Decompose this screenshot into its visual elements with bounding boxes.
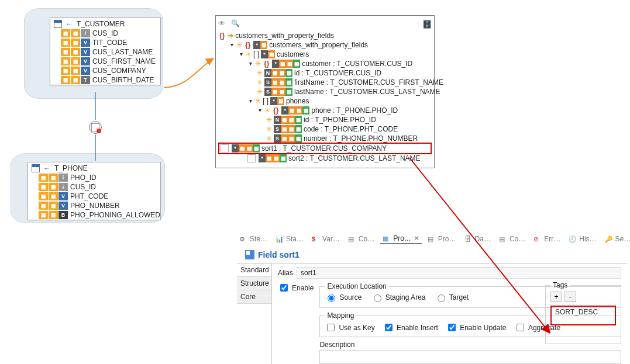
radio-staging[interactable]: Staging Area <box>371 293 426 302</box>
alias-value[interactable]: sort1 <box>297 267 621 279</box>
table-phone[interactable]: ← T_PHONE ▦▦iPHO_ID ▦▦iCUS_ID ▦▦VPHT_COD… <box>27 162 161 220</box>
property-heading: Field sort1 <box>258 250 299 259</box>
tree-node[interactable]: ▾✳{} *▦▦▦ customer : T_CUSTOMER.CUS_ID <box>218 59 432 68</box>
link-arrow-icon: ← <box>43 164 50 172</box>
tab-history[interactable]: His… <box>566 234 598 244</box>
target-db-icon[interactable]: 🗄️ <box>422 20 432 29</box>
caret-down-icon[interactable]: ▾ <box>238 50 244 59</box>
join-icon[interactable] <box>89 121 102 134</box>
column-row[interactable]: ▦▦VCUS_LAST_NAME <box>50 47 160 57</box>
tag-value-sort-desc[interactable]: SORT_DESC <box>550 306 616 325</box>
link-arrow-icon: ← <box>66 20 73 28</box>
tag-remove-button[interactable]: - <box>564 292 576 302</box>
table-icon <box>32 164 40 172</box>
column-row[interactable]: ▦▦BPHO_PHONING_ALLOWED <box>28 210 160 220</box>
tab-steps[interactable]: Ste… <box>237 234 270 244</box>
table-customer[interactable]: ← T_CUSTOMER ▦▦iCUS_ID ▦▦VTIT_CODE ▦▦VCU… <box>50 18 161 85</box>
column-row[interactable]: ▦▦VPHT_CODE <box>28 192 160 201</box>
tab-console[interactable]: Co… <box>346 234 377 244</box>
tree-node[interactable]: ▾✳[ ] *▦ customers <box>218 50 432 59</box>
close-icon[interactable]: ✕ <box>414 234 419 242</box>
tab-statistics[interactable]: Sta… <box>273 234 306 244</box>
tab-problems[interactable]: Pro… <box>425 234 459 244</box>
tab-console2[interactable]: Co… <box>497 234 528 244</box>
field-icon <box>221 144 229 152</box>
column-row[interactable]: ▦▦TCUS_BIRTH_DATE <box>50 75 160 85</box>
tags-group: Tags + - SORT_DESC <box>545 281 621 344</box>
check-enable-insert[interactable]: Enable Insert <box>383 322 438 333</box>
check-use-as-key[interactable]: Use as Key <box>325 322 374 333</box>
tab-datasource[interactable]: Da… <box>462 234 493 244</box>
curly-icon: {} <box>218 31 226 40</box>
tree-node[interactable]: ▾✳{} *▦ customers_with_property_fields <box>218 40 432 50</box>
column-row[interactable]: ▦▦iPHO_ID <box>28 173 160 182</box>
tree-leaf-sort1-selected[interactable]: *▦▦▦ sort1 : T_CUSTOMER.CUS_COMPANY <box>218 143 432 154</box>
tree-leaf[interactable]: *▦▦▦ sort2 : T_CUSTOMER.CUS_LAST_NAME <box>218 154 432 163</box>
column-row[interactable]: ▦▦VCUS_COMPANY <box>50 66 160 75</box>
description-input[interactable] <box>319 350 621 364</box>
caret-down-icon[interactable]: ▾ <box>247 96 253 106</box>
tab-security[interactable]: Se… <box>603 234 630 244</box>
search-icon[interactable] <box>231 19 240 29</box>
column-row[interactable]: ▦▦iCUS_ID <box>28 182 160 192</box>
tree-leaf[interactable]: ✳S▦▦▦ number : T_PHONE.PHO_NUMBER <box>218 134 432 143</box>
tab-properties[interactable]: Pro…✕ <box>380 234 422 244</box>
tree-leaf[interactable]: ✳ N▦▦▦ id : T_CUSTOMER.CUS_ID <box>218 68 432 78</box>
tree-leaf[interactable]: ✳S▦▦▦ code : T_PHONE.PHT_CODE <box>218 124 432 134</box>
table-icon <box>54 20 62 28</box>
table-customer-title: T_CUSTOMER <box>77 20 125 28</box>
tree-leaf[interactable]: ✳ S▦▦▦ lastName : T_CUSTOMER.CUS_LAST_NA… <box>218 87 432 96</box>
radio-source[interactable]: Source <box>325 293 362 302</box>
table-phone-title: T_PHONE <box>54 164 88 172</box>
tree-node[interactable]: ▾✳[ ] *▦ phones <box>218 96 432 106</box>
caret-down-icon[interactable]: ▾ <box>247 59 253 68</box>
column-row[interactable]: ▦▦iCUS_ID <box>50 29 160 38</box>
side-tab-structure[interactable]: Structure <box>237 277 271 290</box>
tree-root[interactable]: {}➔ customers_with_property_fields <box>218 31 432 40</box>
field-icon <box>245 250 254 259</box>
column-row[interactable]: ▦▦VPHO_NUMBER <box>28 201 160 210</box>
check-enable-update[interactable]: Enable Update <box>446 322 506 333</box>
alias-label: Alias <box>278 269 293 277</box>
tree-node[interactable]: ▾✳{} *▦▦▦ phone : T_PHONE.PHO_ID <box>218 106 432 115</box>
side-tab-standard[interactable]: Standard <box>237 264 271 277</box>
eye-icon[interactable] <box>218 19 228 29</box>
caret-down-icon[interactable]: ▾ <box>229 40 235 50</box>
caret-down-icon[interactable]: ▾ <box>257 106 263 115</box>
properties-panel: Field sort1 Standard Structure Core Alia… <box>237 248 627 362</box>
column-row[interactable]: ▦▦VTIT_CODE <box>50 38 160 47</box>
enable-checkbox[interactable]: Enable <box>278 282 314 293</box>
side-tab-core[interactable]: Core <box>237 290 271 304</box>
arrow-icon: ➔ <box>228 31 233 40</box>
view-tabs: Ste… Sta… Var… Co… Pro…✕ Pro… Da… Co… Er… <box>237 234 627 244</box>
side-tabs: Standard Structure Core <box>237 263 272 364</box>
tree-leaf[interactable]: ✳N▦▦▦ id : T_PHONE.PHO_ID <box>218 115 432 124</box>
tab-errors[interactable]: Err… <box>531 234 563 244</box>
field-icon <box>247 154 256 162</box>
radio-target[interactable]: Target <box>435 293 469 302</box>
tab-variables[interactable]: Var… <box>309 234 342 244</box>
column-row[interactable]: ▦▦VCUS_FIRST_NAME <box>50 57 160 66</box>
tag-add-button[interactable]: + <box>550 292 562 302</box>
mapping-tree-panel: 🗄️ {}➔ customers_with_property_fields ▾✳… <box>215 15 435 168</box>
tree-leaf[interactable]: ✳ S▦▦▦ firstName : T_CUSTOMER.CUS_FIRST_… <box>218 78 432 87</box>
